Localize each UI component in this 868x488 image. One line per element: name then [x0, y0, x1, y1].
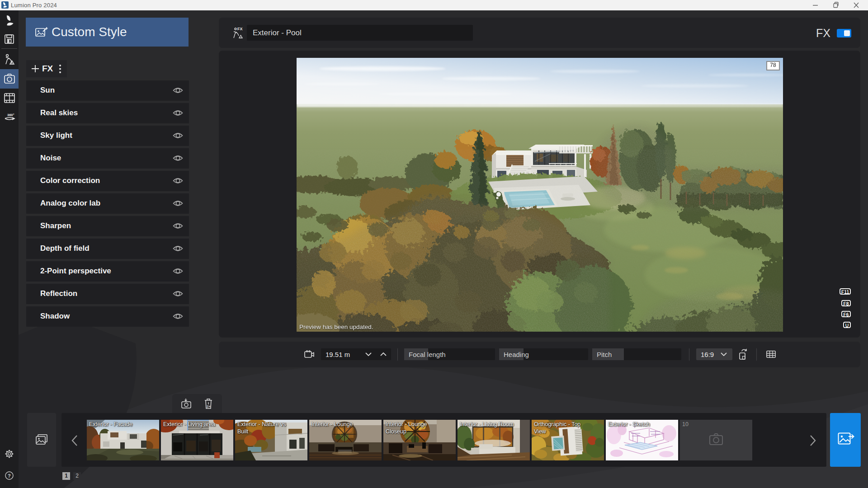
svg-text:?: ?: [8, 473, 11, 479]
svg-text:2×: 2×: [207, 404, 211, 408]
svg-text:FX: FX: [237, 27, 243, 31]
svg-text:360°: 360°: [7, 113, 14, 117]
